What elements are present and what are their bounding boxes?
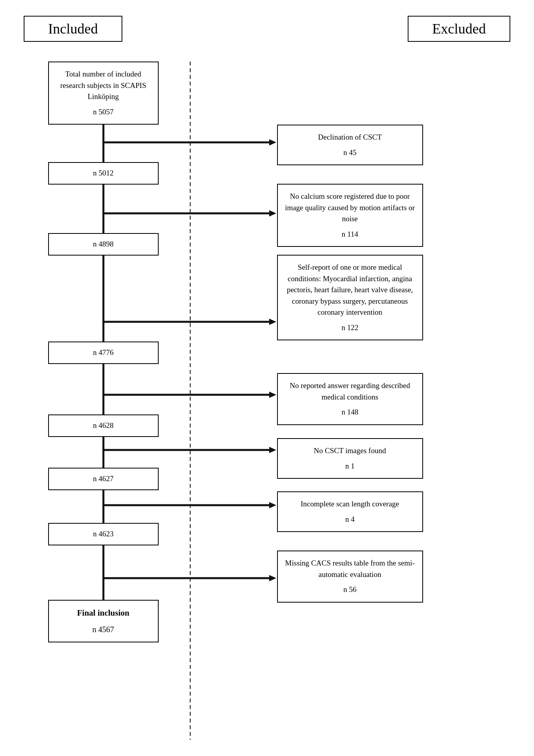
exc-1-text: Declination of CSCT	[285, 132, 415, 143]
box-final-label: Final inclusion	[56, 607, 151, 620]
exc-1-n: n 45	[285, 147, 415, 159]
header-row: Included Excluded	[24, 16, 510, 42]
box-4898-n: n 4898	[56, 239, 151, 250]
svg-marker-19	[269, 392, 276, 398]
box-4623-n: n 4623	[56, 528, 151, 540]
box-4627: n 4627	[48, 468, 159, 490]
exc-5-n: n 1	[285, 461, 415, 472]
exc-4-text: No reported answer regarding described m…	[285, 380, 415, 403]
svg-marker-14	[269, 319, 276, 325]
exc-3-text: Self-report of one or more medical condi…	[285, 262, 415, 318]
box-4623: n 4623	[48, 523, 159, 545]
excluded-label: Excluded	[432, 21, 486, 37]
exc-2-n: n 114	[285, 229, 415, 240]
exc-box-1: Declination of CSCT n 45	[277, 125, 423, 165]
svg-marker-24	[269, 447, 276, 453]
box-4776-n: n 4776	[56, 347, 151, 358]
exc-7-n: n 56	[285, 584, 415, 595]
svg-marker-34	[269, 575, 276, 581]
svg-marker-29	[269, 502, 276, 508]
exc-box-6: Incomplete scan length coverage n 4	[277, 491, 423, 532]
exc-4-n: n 148	[285, 407, 415, 418]
included-label: Included	[48, 21, 98, 37]
exc-box-2: No calcium score registered due to poor …	[277, 184, 423, 247]
page: Included Excluded	[0, 0, 534, 756]
box-total-n: n 5057	[56, 106, 151, 118]
box-5012: n 5012	[48, 162, 159, 185]
exc-6-n: n 4	[285, 514, 415, 525]
box-final-n: n 4567	[56, 623, 151, 635]
exc-box-7: Missing CACS results table from the semi…	[277, 551, 423, 603]
box-4776: n 4776	[48, 342, 159, 364]
box-final: Final inclusion n 4567	[48, 600, 159, 642]
included-header: Included	[24, 16, 122, 42]
exc-3-n: n 122	[285, 322, 415, 334]
excluded-header: Excluded	[408, 16, 510, 42]
exc-5-text: No CSCT images found	[285, 445, 415, 457]
box-4628-n: n 4628	[56, 420, 151, 431]
exc-box-5: No CSCT images found n 1	[277, 438, 423, 479]
box-4627-n: n 4627	[56, 473, 151, 485]
exc-6-text: Incomplete scan length coverage	[285, 498, 415, 510]
box-5012-n: n 5012	[56, 168, 151, 179]
svg-marker-9	[269, 210, 276, 217]
svg-marker-4	[269, 139, 276, 146]
exc-2-text: No calcium score registered due to poor …	[285, 191, 415, 225]
exc-box-3: Self-report of one or more medical condi…	[277, 255, 423, 340]
box-4628: n 4628	[48, 414, 159, 437]
exc-box-4: No reported answer regarding described m…	[277, 373, 423, 425]
box-total: Total number of included research subjec…	[48, 62, 159, 125]
box-total-text: Total number of included research subjec…	[60, 70, 146, 101]
exc-7-text: Missing CACS results table from the semi…	[285, 558, 415, 580]
box-4898: n 4898	[48, 233, 159, 256]
